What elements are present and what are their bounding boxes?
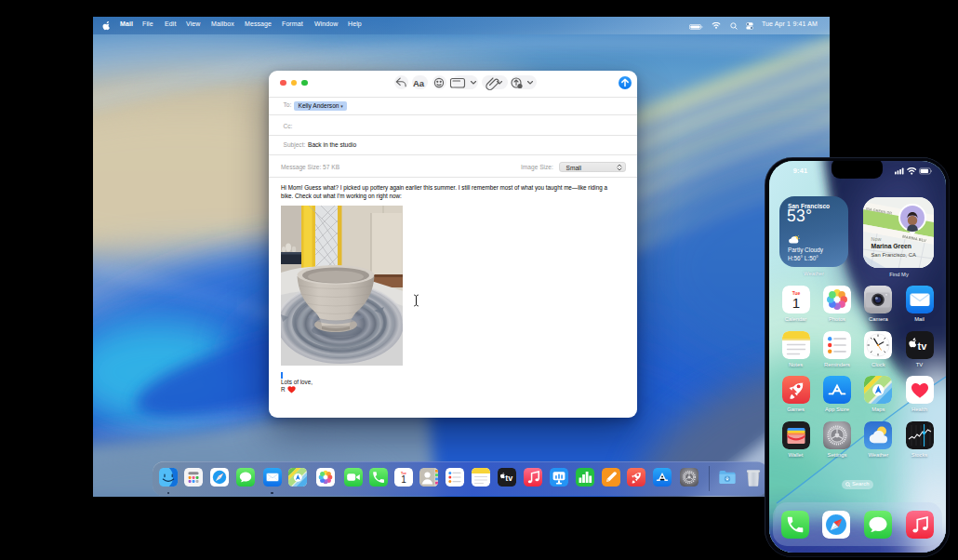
svg-text:tv: tv — [505, 473, 512, 482]
svg-text:tv: tv — [917, 340, 927, 351]
svg-text:1: 1 — [792, 295, 799, 311]
svg-text:Aa: Aa — [413, 77, 425, 87]
svg-text:1: 1 — [401, 474, 406, 485]
